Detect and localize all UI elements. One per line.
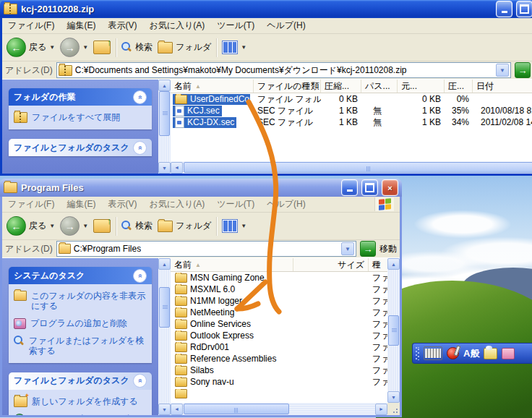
- column-compressed[interactable]: 圧縮...: [321, 80, 361, 93]
- titlebar[interactable]: Program Files ×: [0, 179, 402, 197]
- scrollbar-thumb[interactable]: [184, 162, 532, 173]
- ime-tools-icon[interactable]: [484, 348, 497, 359]
- taskpane-scrollbar[interactable]: ▲ ▼: [158, 80, 171, 174]
- scroll-right-icon[interactable]: ►: [375, 404, 387, 415]
- scroll-down-icon[interactable]: ▼: [387, 391, 400, 403]
- language-bar[interactable]: A般: [412, 343, 532, 364]
- taskpane-scrollbar[interactable]: ▲ ▼: [158, 258, 171, 415]
- menu-file[interactable]: ファイル(F): [8, 20, 54, 32]
- views-button[interactable]: ▼: [222, 40, 246, 54]
- up-folder-button[interactable]: [93, 40, 111, 54]
- views-button[interactable]: ▼: [222, 219, 246, 233]
- back-button[interactable]: ← 戻る ▼: [7, 38, 55, 57]
- menu-help[interactable]: ヘルプ(H): [267, 198, 306, 210]
- minimize-button[interactable]: [341, 179, 358, 196]
- search-button[interactable]: 検索: [121, 41, 153, 54]
- chevron-up-icon[interactable]: »: [133, 269, 147, 283]
- drag-handle[interactable]: [416, 347, 419, 360]
- keyboard-icon[interactable]: [424, 346, 442, 360]
- table-row[interactable]: RdDrv001 ファ: [171, 341, 387, 353]
- back-button[interactable]: ← 戻る ▼: [7, 216, 55, 236]
- menu-edit[interactable]: 編集(E): [66, 198, 95, 210]
- address-combo[interactable]: C:¥Program Files ▼: [56, 241, 356, 257]
- forward-button[interactable]: → ▼: [60, 38, 88, 57]
- table-row[interactable]: KCJ.sec SEC ファイル 1 KB 無 1 KB 35% 2010/08…: [171, 105, 532, 116]
- table-row[interactable]: Online Services ファ: [171, 318, 387, 330]
- table-row[interactable]: KCJ-DX.sec SEC ファイル 1 KB 無 1 KB 34% 2011…: [171, 116, 532, 128]
- horizontal-scrollbar[interactable]: ◄: [171, 161, 532, 174]
- task-make-new-folder[interactable]: 新しいフォルダを作成する: [14, 396, 147, 407]
- panel-header[interactable]: フォルダの作業 »: [9, 88, 152, 106]
- column-original[interactable]: 元...: [398, 80, 445, 93]
- go-button[interactable]: →: [360, 241, 376, 257]
- chevron-up-icon[interactable]: »: [133, 374, 147, 388]
- column-password[interactable]: パス...: [361, 80, 398, 93]
- folders-button[interactable]: フォルダ: [158, 41, 211, 54]
- up-folder-button[interactable]: [93, 219, 111, 233]
- ime-pen-icon[interactable]: [447, 347, 459, 359]
- column-type[interactable]: ファイルの種類: [254, 80, 321, 93]
- column-size[interactable]: サイズ: [293, 258, 369, 271]
- table-row-clipped[interactable]: [171, 388, 387, 399]
- table-row[interactable]: NetMeeting ファ: [171, 307, 387, 318]
- menu-help[interactable]: ヘルプ(H): [267, 20, 306, 32]
- menu-view[interactable]: 表示(V): [108, 198, 137, 210]
- address-dropdown-button[interactable]: ▼: [341, 242, 354, 255]
- menu-edit[interactable]: 編集(E): [66, 20, 95, 32]
- scroll-down-icon[interactable]: ▼: [158, 162, 171, 174]
- search-button[interactable]: 検索: [121, 220, 153, 232]
- task-extract-all-files[interactable]: ファイルをすべて展開: [14, 112, 147, 123]
- table-row[interactable]: Silabs ファ: [171, 364, 387, 376]
- folders-button[interactable]: フォルダ: [158, 220, 211, 232]
- table-row[interactable]: MSXML 6.0 ファ: [171, 283, 387, 295]
- input-mode-label[interactable]: A般: [463, 347, 479, 360]
- task-search-files-folders[interactable]: ファイルまたはフォルダを検索する: [14, 336, 147, 357]
- scrollbar-thumb[interactable]: [184, 404, 289, 414]
- close-button[interactable]: ×: [382, 179, 398, 196]
- forward-dropdown-caret[interactable]: ▼: [82, 44, 88, 51]
- scroll-up-icon[interactable]: ▲: [387, 258, 400, 270]
- column-name[interactable]: 名前 ▲: [171, 80, 254, 93]
- panel-header[interactable]: ファイルとフォルダのタスク »: [9, 139, 152, 156]
- maximize-button[interactable]: [516, 1, 532, 17]
- forward-button[interactable]: → ▼: [60, 216, 88, 236]
- column-ratio[interactable]: 圧...: [445, 80, 473, 93]
- menu-favorites[interactable]: お気に入り(A): [149, 198, 205, 210]
- chevron-up-icon[interactable]: »: [133, 141, 147, 155]
- menu-tools[interactable]: ツール(T): [217, 198, 254, 210]
- list-vertical-scrollbar[interactable]: ▲ ▼: [387, 258, 400, 415]
- ime-dictionary-icon[interactable]: [502, 348, 515, 359]
- panel-header[interactable]: ファイルとフォルダのタスク »: [9, 372, 152, 390]
- views-dropdown-caret[interactable]: ▼: [241, 44, 246, 51]
- menu-file[interactable]: ファイル(F): [8, 198, 54, 210]
- views-dropdown-caret[interactable]: ▼: [241, 223, 246, 229]
- scroll-up-icon[interactable]: ▲: [158, 80, 171, 91]
- scroll-left-icon[interactable]: ◄: [171, 404, 183, 415]
- back-dropdown-caret[interactable]: ▼: [49, 223, 55, 229]
- titlebar[interactable]: kcj-20110208.zip ×: [0, 0, 532, 18]
- go-button[interactable]: →: [515, 62, 531, 78]
- column-date[interactable]: 日付: [473, 80, 532, 93]
- maximize-button[interactable]: [361, 179, 378, 196]
- horizontal-scrollbar[interactable]: ◄ ►: [171, 403, 387, 415]
- address-dropdown-button[interactable]: ▼: [496, 64, 509, 77]
- scroll-down-icon[interactable]: ▼: [158, 404, 171, 415]
- table-row[interactable]: UserDefinedCont.. ファイル フォルダ 0 KB 0 KB 0%: [171, 93, 532, 105]
- task-add-remove-programs[interactable]: プログラムの追加と削除: [14, 318, 147, 329]
- resize-grip[interactable]: [387, 403, 400, 415]
- minimize-button[interactable]: [496, 1, 512, 17]
- task-hide-folder-contents[interactable]: このフォルダの内容を非表示にする: [14, 291, 147, 312]
- chevron-up-icon[interactable]: »: [133, 90, 147, 104]
- scroll-up-icon[interactable]: ▲: [158, 258, 171, 270]
- scrollbar-thumb[interactable]: [159, 91, 170, 136]
- address-combo[interactable]: C:¥Documents and Settings¥makoto¥My Docu…: [56, 62, 511, 78]
- menu-tools[interactable]: ツール(T): [217, 20, 254, 32]
- table-row[interactable]: Outlook Express ファ: [171, 330, 387, 341]
- panel-header[interactable]: システムのタスク »: [9, 267, 152, 284]
- table-row[interactable]: MSN Gaming Zone ファ: [171, 272, 387, 283]
- forward-dropdown-caret[interactable]: ▼: [82, 223, 88, 229]
- menu-favorites[interactable]: お気に入り(A): [149, 20, 205, 32]
- scrollbar-thumb[interactable]: [388, 315, 399, 346]
- column-name[interactable]: 名前 ▲: [171, 258, 293, 271]
- table-row[interactable]: Sony nav-u ファ: [171, 376, 387, 388]
